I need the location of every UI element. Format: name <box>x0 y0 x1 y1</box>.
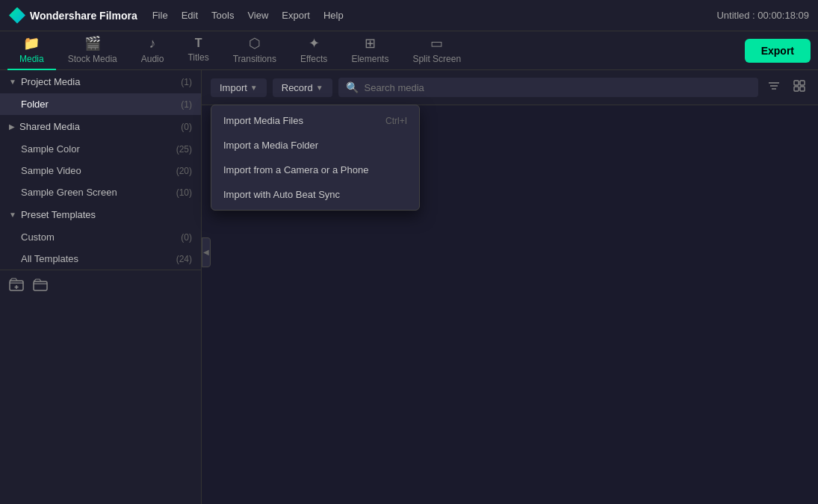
import-camera-label: Import from a Camera or a Phone <box>223 164 368 175</box>
sample-video-count: (20) <box>176 166 192 176</box>
sidebar: ▼ Project Media (1) Folder (1) ▶ Shared … <box>0 70 202 504</box>
sidebar-section-project-media[interactable]: ▼ Project Media (1) <box>0 70 201 93</box>
tab-media[interactable]: 📁 Media <box>7 31 56 70</box>
stock-media-icon: 🎬 <box>84 35 101 52</box>
nav-tabs: 📁 Media 🎬 Stock Media ♪ Audio T Titles ⬡… <box>0 31 818 70</box>
arrow-right-icon: ▶ <box>9 122 15 131</box>
svg-rect-9 <box>794 87 799 91</box>
folder-label: Folder <box>21 99 49 110</box>
sidebar-section-preset-templates[interactable]: ▼ Preset Templates <box>0 203 201 226</box>
arrow-down-icon-2: ▼ <box>9 211 16 219</box>
folder-icon[interactable] <box>33 278 48 296</box>
import-beat-sync-label: Import with Auto Beat Sync <box>223 189 340 200</box>
tab-effects-label: Effects <box>300 54 327 64</box>
sidebar-section-shared-media[interactable]: ▶ Shared Media (0) <box>0 115 201 138</box>
record-button[interactable]: Record ▼ <box>273 78 332 97</box>
import-files-shortcut: Ctrl+I <box>385 116 407 126</box>
app-logo: Wondershare Filmora <box>9 7 137 24</box>
dropdown-item-import-camera[interactable]: Import from a Camera or a Phone <box>211 158 419 182</box>
content-area: Import ▼ Record ▼ 🔍 <box>202 70 818 504</box>
dropdown-item-import-folder[interactable]: Import a Media Folder <box>211 133 419 158</box>
new-folder-icon[interactable] <box>9 278 24 296</box>
transitions-icon: ⬡ <box>249 35 261 52</box>
folder-count: (1) <box>181 99 192 110</box>
tab-titles[interactable]: T Titles <box>176 32 220 69</box>
menu-view[interactable]: View <box>247 10 268 21</box>
custom-label: Custom <box>21 231 55 243</box>
svg-rect-8 <box>800 81 805 85</box>
import-files-label: Import Media Files <box>223 115 303 126</box>
topbar: Wondershare Filmora File Edit Tools View… <box>0 0 818 31</box>
dropdown-item-import-files[interactable]: Import Media Files Ctrl+I <box>211 108 419 133</box>
sidebar-item-sample-green-screen[interactable]: Sample Green Screen (10) <box>0 181 201 203</box>
import-label: Import <box>220 82 247 93</box>
menu-export[interactable]: Export <box>282 10 310 21</box>
filter-button[interactable] <box>764 76 784 99</box>
import-dropdown: Import Media Files Ctrl+I Import a Media… <box>211 105 420 211</box>
sidebar-bottom <box>0 270 201 304</box>
shared-media-label: Shared Media <box>19 121 80 132</box>
elements-icon: ⊞ <box>365 35 376 52</box>
tab-stock-media-label: Stock Media <box>68 54 117 64</box>
all-templates-count: (24) <box>176 254 192 264</box>
collapse-handle[interactable]: ◀ <box>202 237 211 267</box>
export-button[interactable]: Export <box>745 39 811 63</box>
project-title: Untitled : 00:00:18:09 <box>716 10 809 21</box>
menu-help[interactable]: Help <box>323 10 344 21</box>
main-area: ▼ Project Media (1) Folder (1) ▶ Shared … <box>0 70 818 504</box>
import-arrow-icon: ▼ <box>250 84 258 92</box>
svg-rect-7 <box>794 81 799 85</box>
all-templates-label: All Templates <box>21 253 78 264</box>
titles-icon: T <box>195 37 202 50</box>
tab-effects[interactable]: ✦ Effects <box>288 31 339 70</box>
svg-rect-3 <box>34 281 47 290</box>
record-arrow-icon: ▼ <box>316 84 323 92</box>
menu-tools[interactable]: Tools <box>211 10 234 21</box>
tab-split-screen-label: Split Screen <box>412 54 461 64</box>
media-icon: 📁 <box>23 35 40 52</box>
tab-elements-label: Elements <box>351 54 388 64</box>
sidebar-item-folder[interactable]: Folder (1) <box>0 93 201 115</box>
tab-stock-media[interactable]: 🎬 Stock Media <box>56 31 129 70</box>
record-label: Record <box>282 82 313 93</box>
search-input[interactable] <box>365 82 751 93</box>
tab-elements[interactable]: ⊞ Elements <box>339 31 400 70</box>
dropdown-item-import-beat-sync[interactable]: Import with Auto Beat Sync <box>211 182 419 207</box>
sidebar-item-all-templates[interactable]: All Templates (24) <box>0 248 201 270</box>
svg-rect-10 <box>800 87 805 91</box>
tab-audio[interactable]: ♪ Audio <box>129 31 176 70</box>
sidebar-item-custom[interactable]: Custom (0) <box>0 226 201 248</box>
import-folder-label: Import a Media Folder <box>223 140 318 151</box>
tab-titles-label: Titles <box>188 52 208 63</box>
audio-icon: ♪ <box>149 36 156 52</box>
tab-audio-label: Audio <box>141 54 164 64</box>
menu-bar: File Edit Tools View Export Help <box>152 10 344 21</box>
sample-green-screen-label: Sample Green Screen <box>21 187 117 198</box>
project-media-count: (1) <box>181 77 192 87</box>
sample-green-screen-count: (10) <box>176 187 192 198</box>
sidebar-item-sample-color[interactable]: Sample Color (25) <box>0 138 201 160</box>
app-name: Wondershare Filmora <box>30 10 137 22</box>
menu-file[interactable]: File <box>152 10 168 21</box>
custom-count: (0) <box>181 232 192 243</box>
tab-split-screen[interactable]: ▭ Split Screen <box>400 31 473 70</box>
preset-templates-label: Preset Templates <box>21 209 96 220</box>
tab-transitions[interactable]: ⬡ Transitions <box>221 31 288 70</box>
effects-icon: ✦ <box>309 35 320 52</box>
shared-media-count: (0) <box>181 122 192 132</box>
search-box: 🔍 <box>338 78 758 97</box>
split-screen-icon: ▭ <box>430 35 443 52</box>
grid-view-button[interactable] <box>790 76 809 99</box>
project-media-label: Project Media <box>21 76 80 87</box>
sidebar-item-sample-video[interactable]: Sample Video (20) <box>0 160 201 181</box>
toolbar: Import ▼ Record ▼ 🔍 <box>202 70 818 105</box>
sample-video-label: Sample Video <box>21 165 81 176</box>
arrow-down-icon: ▼ <box>9 78 16 86</box>
app-logo-icon <box>9 7 25 24</box>
tab-transitions-label: Transitions <box>233 54 276 64</box>
search-icon: 🔍 <box>346 81 359 93</box>
import-button[interactable]: Import ▼ <box>211 78 267 97</box>
tab-media-label: Media <box>19 54 44 64</box>
sample-color-count: (25) <box>176 144 192 155</box>
menu-edit[interactable]: Edit <box>182 10 198 21</box>
